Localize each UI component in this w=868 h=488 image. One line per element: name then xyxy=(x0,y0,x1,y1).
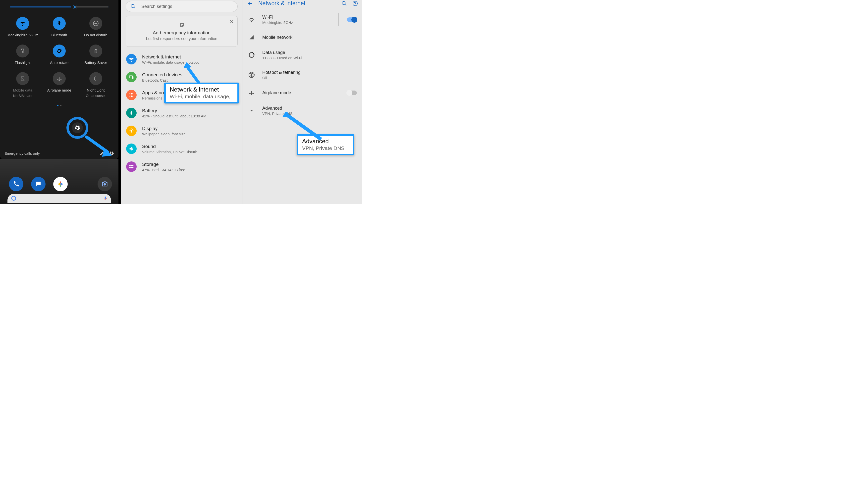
google-search-bar[interactable] xyxy=(7,194,111,203)
settings-list: Network & internetWi-Fi, mobile, data us… xyxy=(121,50,242,175)
svg-point-18 xyxy=(132,95,133,95)
svg-rect-11 xyxy=(129,76,133,78)
settings-item-display[interactable]: DisplayWallpaper, sleep, font size xyxy=(121,122,242,140)
settings-item-storage[interactable]: Storage47% used - 34.14 GB free xyxy=(121,158,242,175)
search-placeholder: Search settings xyxy=(141,4,172,9)
page-title: Network & internet xyxy=(258,0,336,7)
status-text: Emergency calls only xyxy=(4,151,40,156)
network-item-hotspot[interactable]: Hotspot & tetheringOff xyxy=(242,65,362,85)
qs-settings-gear-button[interactable] xyxy=(72,122,83,133)
annotation-callout-advanced: Advanced VPN, Private DNS xyxy=(297,134,354,155)
network-item-wifi[interactable]: Wi-FiMockingbird 5GHz xyxy=(242,10,362,30)
annotation-callout-network: Network & internet Wi-Fi, mobile, data u… xyxy=(164,83,239,103)
wifi-toggle[interactable] xyxy=(347,18,357,22)
emergency-info-card[interactable]: ✕ Add emergency information Let first re… xyxy=(126,16,238,47)
svg-point-13 xyxy=(130,93,130,94)
network-list: Wi-FiMockingbird 5GHz Mobile network Dat… xyxy=(242,10,362,121)
qs-label: Do not disturb xyxy=(84,33,107,37)
airplane-icon xyxy=(248,90,255,96)
dock-camera-icon[interactable] xyxy=(98,177,112,191)
gear-icon[interactable] xyxy=(109,151,114,156)
qs-label: Flashlight xyxy=(15,60,31,65)
medical-plus-icon xyxy=(179,22,185,28)
quick-settings-shade: Mockingbird 5GHz Bluetooth Do not distur… xyxy=(0,0,119,159)
network-item-advanced[interactable]: AdvancedVPN, Private DNS xyxy=(242,101,362,121)
dock-photos-icon[interactable] xyxy=(53,177,68,191)
svg-rect-25 xyxy=(129,165,134,166)
svg-point-17 xyxy=(131,95,132,95)
qs-tile-dnd[interactable]: Do not disturb xyxy=(78,17,114,37)
svg-point-21 xyxy=(132,96,133,97)
svg-rect-12 xyxy=(132,76,134,78)
svg-point-16 xyxy=(130,95,130,95)
qs-tile-bluetooth[interactable]: Bluetooth xyxy=(41,17,78,37)
qs-footer: Emergency calls only xyxy=(0,147,119,159)
qs-label: Auto-rotate xyxy=(50,60,68,65)
svg-point-28 xyxy=(130,167,131,168)
svg-rect-26 xyxy=(129,167,134,168)
datausage-icon xyxy=(248,52,255,58)
network-item-datausage[interactable]: Data usage11.88 GB used on Wi-Fi xyxy=(242,45,362,65)
brightness-slider[interactable] xyxy=(10,6,108,7)
card-title: Add emergency information xyxy=(130,30,233,36)
edit-icon[interactable] xyxy=(99,151,104,156)
search-settings-input[interactable]: Search settings xyxy=(126,1,238,12)
dock xyxy=(0,177,121,191)
airplane-toggle[interactable] xyxy=(347,91,357,95)
card-subtitle: Let first responders see your informatio… xyxy=(130,37,233,41)
network-item-airplane[interactable]: Airplane mode xyxy=(242,85,362,101)
qs-tile-flashlight[interactable]: Flashlight xyxy=(4,44,41,65)
qs-tile-autorotate[interactable]: Auto-rotate xyxy=(41,44,78,65)
dock-messages-icon[interactable] xyxy=(31,177,45,191)
close-icon[interactable]: ✕ xyxy=(230,19,234,25)
network-item-mobile[interactable]: Mobile network xyxy=(242,30,362,45)
qs-label: Mobile data xyxy=(13,88,33,92)
settings-item-battery[interactable]: Battery42% - Should last until about 10:… xyxy=(121,104,242,122)
qs-tile-grid: Mockingbird 5GHz Bluetooth Do not distur… xyxy=(0,14,119,103)
dock-phone-icon[interactable] xyxy=(9,177,23,191)
wifi-icon xyxy=(248,17,255,23)
help-icon[interactable] xyxy=(352,1,358,6)
qs-label: Airplane mode xyxy=(47,88,71,92)
svg-point-6 xyxy=(104,183,106,186)
settings-item-sound[interactable]: SoundVolume, vibration, Do Not Disturb xyxy=(121,140,242,158)
svg-point-14 xyxy=(131,93,132,94)
qs-label: Night Light xyxy=(87,88,105,92)
qs-label: Bluetooth xyxy=(51,33,67,37)
svg-point-15 xyxy=(132,93,133,94)
qs-tile-mobiledata[interactable]: Mobile dataNo SIM card xyxy=(4,72,41,98)
mic-icon[interactable] xyxy=(103,196,107,200)
signal-icon xyxy=(248,35,255,40)
search-icon xyxy=(130,4,136,9)
svg-rect-2 xyxy=(22,51,23,52)
qs-label: Mockingbird 5GHz xyxy=(7,33,38,37)
google-g-icon xyxy=(11,195,17,201)
back-icon[interactable] xyxy=(247,0,253,6)
svg-point-32 xyxy=(251,74,252,75)
svg-point-19 xyxy=(130,96,130,97)
qs-tile-wifi[interactable]: Mockingbird 5GHz xyxy=(4,17,41,37)
svg-rect-22 xyxy=(131,112,132,115)
svg-point-7 xyxy=(12,196,16,200)
search-icon[interactable] xyxy=(341,1,347,6)
svg-rect-8 xyxy=(105,196,106,199)
qs-sublabel: No SIM card xyxy=(13,94,32,98)
qs-tile-nightlight[interactable]: Night LightOn at sunset xyxy=(78,72,114,98)
brightness-thumb-icon[interactable] xyxy=(71,3,79,11)
divider xyxy=(338,13,339,26)
svg-point-24 xyxy=(130,130,132,132)
qs-tile-airplane[interactable]: Airplane mode xyxy=(41,72,78,98)
svg-point-27 xyxy=(130,165,131,166)
svg-point-9 xyxy=(131,4,134,8)
qs-tile-batterysaver[interactable]: Battery Saver xyxy=(78,44,114,65)
qs-label: Battery Saver xyxy=(84,60,107,65)
qs-sublabel: On at sunset xyxy=(86,94,105,98)
svg-rect-23 xyxy=(131,111,132,112)
hotspot-icon xyxy=(248,72,255,78)
chevron-down-icon xyxy=(248,108,255,113)
settings-item-network[interactable]: Network & internetWi-Fi, mobile, data us… xyxy=(121,50,242,68)
svg-rect-1 xyxy=(94,23,97,24)
svg-point-20 xyxy=(131,96,132,97)
qs-pager xyxy=(0,105,119,106)
svg-point-29 xyxy=(342,1,345,4)
